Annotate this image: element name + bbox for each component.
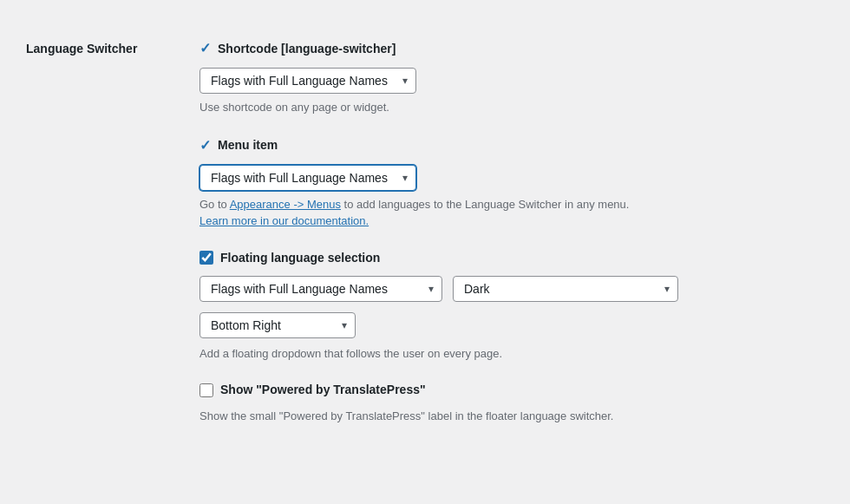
powered-section: Show "Powered by TranslatePress" Show th…	[199, 381, 824, 425]
language-switcher-row: Language Switcher ✓ Shortcode [language-…	[26, 21, 824, 461]
floating-helper-text: Add a floating dropdown that follows the…	[199, 345, 824, 363]
powered-checkbox-label: Show "Powered by TranslatePress"	[199, 381, 824, 399]
floating-position-select-wrapper[interactable]: Bottom Right Bottom Left Top Right Top L…	[199, 312, 356, 338]
floating-theme-select[interactable]: Dark Light Auto	[453, 276, 678, 302]
settings-container: Language Switcher ✓ Shortcode [language-…	[0, 0, 850, 504]
shortcode-label-text: Shortcode [language-switcher]	[218, 40, 396, 58]
floating-selects-row: Flags with Full Language Names Flags wit…	[199, 276, 824, 302]
shortcode-helper-text: Use shortcode on any page or widget.	[199, 99, 824, 116]
menu-item-helper-text: Go to Appearance -> Menus to add languag…	[199, 196, 824, 230]
menu-item-label-text: Menu item	[218, 136, 278, 154]
documentation-link[interactable]: Learn more in our documentation.	[199, 214, 369, 227]
menu-item-checkbox-label: ✓ Menu item	[199, 135, 824, 156]
floating-section: Floating language selection Flags with F…	[199, 249, 824, 363]
floating-position-select[interactable]: Bottom Right Bottom Left Top Right Top L…	[199, 312, 356, 338]
menu-item-style-select[interactable]: Flags with Full Language Names Flags wit…	[199, 165, 416, 191]
powered-helper-text: Show the small "Powered by TranslatePres…	[199, 408, 824, 425]
floating-theme-select-wrapper[interactable]: Dark Light Auto ▾	[453, 276, 678, 302]
menu-item-select-wrapper[interactable]: Flags with Full Language Names Flags wit…	[199, 165, 416, 191]
appearance-menus-link[interactable]: Appearance -> Menus	[230, 198, 341, 211]
settings-content: ✓ Shortcode [language-switcher] Flags wi…	[199, 38, 824, 444]
floating-style-select[interactable]: Flags with Full Language Names Flags wit…	[199, 276, 442, 302]
section-label: Language Switcher	[26, 38, 199, 444]
shortcode-checkbox-label: ✓ Shortcode [language-switcher]	[199, 38, 824, 59]
shortcode-check-icon: ✓	[199, 38, 211, 59]
menu-item-helper-after: to add languages to the Language Switche…	[341, 198, 629, 211]
menu-item-helper-before: Go to	[199, 198, 230, 211]
menu-item-section: ✓ Menu item Flags with Full Language Nam…	[199, 135, 824, 230]
floating-label-text: Floating language selection	[220, 249, 380, 267]
shortcode-select-wrapper[interactable]: Flags with Full Language Names Flags wit…	[199, 68, 416, 94]
floating-checkbox[interactable]	[199, 251, 213, 265]
powered-label-text: Show "Powered by TranslatePress"	[220, 381, 426, 399]
powered-checkbox[interactable]	[199, 383, 213, 397]
floating-checkbox-label: Floating language selection	[199, 249, 824, 267]
shortcode-style-select[interactable]: Flags with Full Language Names Flags wit…	[199, 68, 416, 94]
floating-style-select-wrapper[interactable]: Flags with Full Language Names Flags wit…	[199, 276, 442, 302]
shortcode-section: ✓ Shortcode [language-switcher] Flags wi…	[199, 38, 824, 116]
menu-item-check-icon: ✓	[199, 135, 211, 156]
